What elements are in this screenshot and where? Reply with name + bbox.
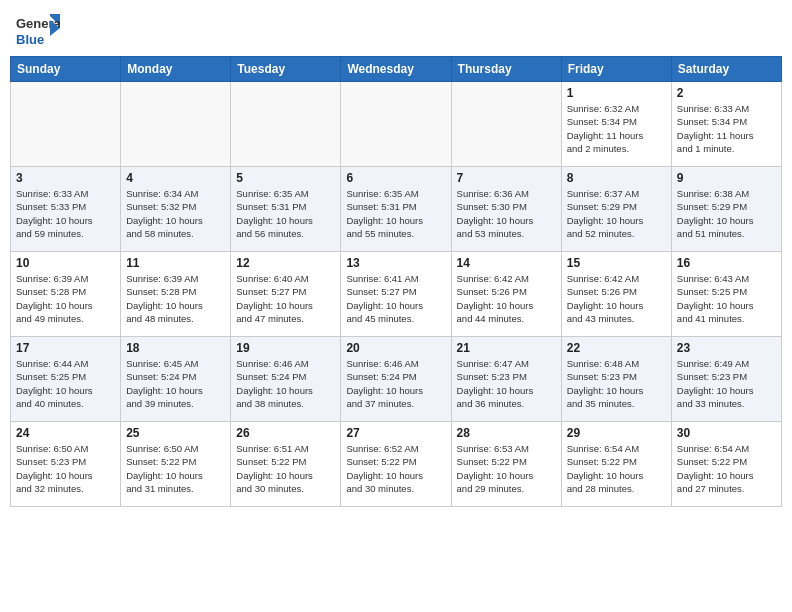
day-info: Sunrise: 6:50 AM Sunset: 5:22 PM Dayligh… [126, 442, 225, 495]
day-number: 23 [677, 341, 776, 355]
day-number: 22 [567, 341, 666, 355]
day-number: 25 [126, 426, 225, 440]
day-info: Sunrise: 6:39 AM Sunset: 5:28 PM Dayligh… [126, 272, 225, 325]
calendar-cell: 24Sunrise: 6:50 AM Sunset: 5:23 PM Dayli… [11, 422, 121, 507]
calendar-cell: 13Sunrise: 6:41 AM Sunset: 5:27 PM Dayli… [341, 252, 451, 337]
calendar-cell [121, 82, 231, 167]
calendar-cell: 28Sunrise: 6:53 AM Sunset: 5:22 PM Dayli… [451, 422, 561, 507]
calendar-week-row: 17Sunrise: 6:44 AM Sunset: 5:25 PM Dayli… [11, 337, 782, 422]
day-info: Sunrise: 6:46 AM Sunset: 5:24 PM Dayligh… [236, 357, 335, 410]
weekday-header-monday: Monday [121, 57, 231, 82]
day-number: 5 [236, 171, 335, 185]
calendar-cell: 19Sunrise: 6:46 AM Sunset: 5:24 PM Dayli… [231, 337, 341, 422]
day-info: Sunrise: 6:53 AM Sunset: 5:22 PM Dayligh… [457, 442, 556, 495]
day-info: Sunrise: 6:49 AM Sunset: 5:23 PM Dayligh… [677, 357, 776, 410]
calendar-cell: 22Sunrise: 6:48 AM Sunset: 5:23 PM Dayli… [561, 337, 671, 422]
calendar-cell: 25Sunrise: 6:50 AM Sunset: 5:22 PM Dayli… [121, 422, 231, 507]
day-number: 8 [567, 171, 666, 185]
calendar-cell [11, 82, 121, 167]
logo-svg: GeneralBlue [14, 10, 60, 50]
day-number: 14 [457, 256, 556, 270]
calendar-week-row: 3Sunrise: 6:33 AM Sunset: 5:33 PM Daylig… [11, 167, 782, 252]
calendar-cell: 9Sunrise: 6:38 AM Sunset: 5:29 PM Daylig… [671, 167, 781, 252]
calendar-week-row: 24Sunrise: 6:50 AM Sunset: 5:23 PM Dayli… [11, 422, 782, 507]
calendar-cell: 18Sunrise: 6:45 AM Sunset: 5:24 PM Dayli… [121, 337, 231, 422]
day-info: Sunrise: 6:48 AM Sunset: 5:23 PM Dayligh… [567, 357, 666, 410]
weekday-header-thursday: Thursday [451, 57, 561, 82]
day-info: Sunrise: 6:33 AM Sunset: 5:33 PM Dayligh… [16, 187, 115, 240]
day-number: 16 [677, 256, 776, 270]
day-info: Sunrise: 6:34 AM Sunset: 5:32 PM Dayligh… [126, 187, 225, 240]
day-number: 3 [16, 171, 115, 185]
calendar-cell: 10Sunrise: 6:39 AM Sunset: 5:28 PM Dayli… [11, 252, 121, 337]
calendar-cell: 27Sunrise: 6:52 AM Sunset: 5:22 PM Dayli… [341, 422, 451, 507]
day-number: 29 [567, 426, 666, 440]
day-number: 20 [346, 341, 445, 355]
calendar-cell: 11Sunrise: 6:39 AM Sunset: 5:28 PM Dayli… [121, 252, 231, 337]
day-number: 10 [16, 256, 115, 270]
day-info: Sunrise: 6:42 AM Sunset: 5:26 PM Dayligh… [567, 272, 666, 325]
svg-text:Blue: Blue [16, 32, 44, 47]
calendar-cell: 4Sunrise: 6:34 AM Sunset: 5:32 PM Daylig… [121, 167, 231, 252]
day-number: 1 [567, 86, 666, 100]
calendar-cell: 16Sunrise: 6:43 AM Sunset: 5:25 PM Dayli… [671, 252, 781, 337]
day-info: Sunrise: 6:47 AM Sunset: 5:23 PM Dayligh… [457, 357, 556, 410]
calendar-week-row: 1Sunrise: 6:32 AM Sunset: 5:34 PM Daylig… [11, 82, 782, 167]
day-number: 17 [16, 341, 115, 355]
page-header: GeneralBlue [10, 10, 782, 50]
calendar-week-row: 10Sunrise: 6:39 AM Sunset: 5:28 PM Dayli… [11, 252, 782, 337]
logo: GeneralBlue [14, 10, 60, 50]
day-info: Sunrise: 6:33 AM Sunset: 5:34 PM Dayligh… [677, 102, 776, 155]
calendar-cell: 6Sunrise: 6:35 AM Sunset: 5:31 PM Daylig… [341, 167, 451, 252]
day-info: Sunrise: 6:39 AM Sunset: 5:28 PM Dayligh… [16, 272, 115, 325]
day-info: Sunrise: 6:51 AM Sunset: 5:22 PM Dayligh… [236, 442, 335, 495]
calendar-cell: 3Sunrise: 6:33 AM Sunset: 5:33 PM Daylig… [11, 167, 121, 252]
calendar-cell: 20Sunrise: 6:46 AM Sunset: 5:24 PM Dayli… [341, 337, 451, 422]
day-number: 2 [677, 86, 776, 100]
calendar-cell: 21Sunrise: 6:47 AM Sunset: 5:23 PM Dayli… [451, 337, 561, 422]
calendar-cell: 5Sunrise: 6:35 AM Sunset: 5:31 PM Daylig… [231, 167, 341, 252]
calendar-cell: 17Sunrise: 6:44 AM Sunset: 5:25 PM Dayli… [11, 337, 121, 422]
day-number: 15 [567, 256, 666, 270]
day-info: Sunrise: 6:36 AM Sunset: 5:30 PM Dayligh… [457, 187, 556, 240]
day-number: 27 [346, 426, 445, 440]
weekday-header-wednesday: Wednesday [341, 57, 451, 82]
day-number: 30 [677, 426, 776, 440]
day-number: 12 [236, 256, 335, 270]
day-info: Sunrise: 6:35 AM Sunset: 5:31 PM Dayligh… [236, 187, 335, 240]
day-number: 7 [457, 171, 556, 185]
calendar-cell [451, 82, 561, 167]
weekday-header-row: SundayMondayTuesdayWednesdayThursdayFrid… [11, 57, 782, 82]
day-number: 21 [457, 341, 556, 355]
day-info: Sunrise: 6:42 AM Sunset: 5:26 PM Dayligh… [457, 272, 556, 325]
calendar-cell: 14Sunrise: 6:42 AM Sunset: 5:26 PM Dayli… [451, 252, 561, 337]
weekday-header-friday: Friday [561, 57, 671, 82]
day-info: Sunrise: 6:43 AM Sunset: 5:25 PM Dayligh… [677, 272, 776, 325]
day-info: Sunrise: 6:44 AM Sunset: 5:25 PM Dayligh… [16, 357, 115, 410]
day-number: 28 [457, 426, 556, 440]
day-info: Sunrise: 6:50 AM Sunset: 5:23 PM Dayligh… [16, 442, 115, 495]
day-number: 26 [236, 426, 335, 440]
calendar-cell: 8Sunrise: 6:37 AM Sunset: 5:29 PM Daylig… [561, 167, 671, 252]
day-number: 11 [126, 256, 225, 270]
day-number: 6 [346, 171, 445, 185]
day-number: 24 [16, 426, 115, 440]
calendar-cell: 1Sunrise: 6:32 AM Sunset: 5:34 PM Daylig… [561, 82, 671, 167]
calendar-cell [231, 82, 341, 167]
day-number: 19 [236, 341, 335, 355]
day-info: Sunrise: 6:41 AM Sunset: 5:27 PM Dayligh… [346, 272, 445, 325]
day-number: 13 [346, 256, 445, 270]
day-info: Sunrise: 6:45 AM Sunset: 5:24 PM Dayligh… [126, 357, 225, 410]
calendar-cell: 23Sunrise: 6:49 AM Sunset: 5:23 PM Dayli… [671, 337, 781, 422]
day-number: 4 [126, 171, 225, 185]
day-info: Sunrise: 6:38 AM Sunset: 5:29 PM Dayligh… [677, 187, 776, 240]
calendar-cell: 2Sunrise: 6:33 AM Sunset: 5:34 PM Daylig… [671, 82, 781, 167]
calendar-cell: 29Sunrise: 6:54 AM Sunset: 5:22 PM Dayli… [561, 422, 671, 507]
day-info: Sunrise: 6:54 AM Sunset: 5:22 PM Dayligh… [567, 442, 666, 495]
weekday-header-sunday: Sunday [11, 57, 121, 82]
calendar-cell: 7Sunrise: 6:36 AM Sunset: 5:30 PM Daylig… [451, 167, 561, 252]
calendar-table: SundayMondayTuesdayWednesdayThursdayFrid… [10, 56, 782, 507]
calendar-cell [341, 82, 451, 167]
calendar-cell: 15Sunrise: 6:42 AM Sunset: 5:26 PM Dayli… [561, 252, 671, 337]
day-number: 18 [126, 341, 225, 355]
